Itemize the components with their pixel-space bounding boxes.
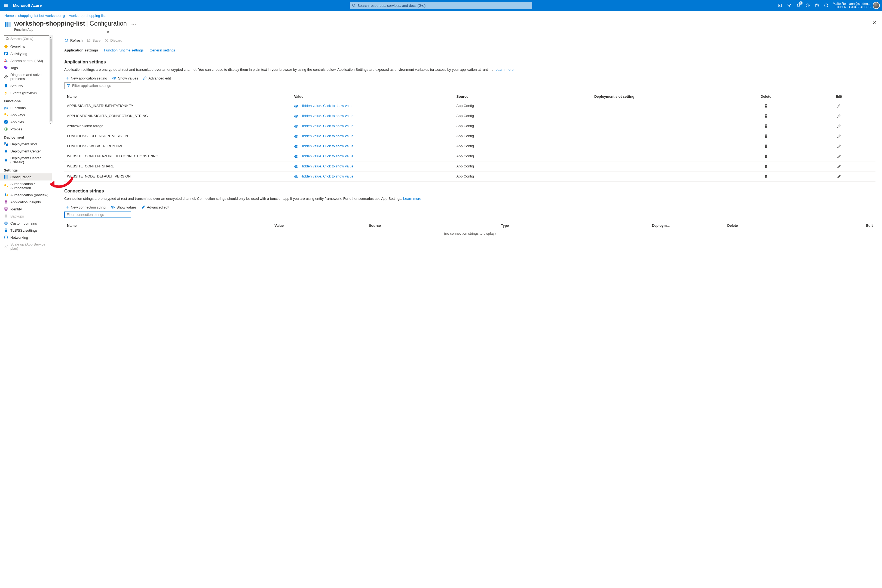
sidebar-item-label: Custom domains xyxy=(10,221,37,225)
filter-app-settings-input[interactable] xyxy=(64,82,131,89)
edit-button[interactable] xyxy=(836,112,843,120)
setting-source: App Config xyxy=(453,141,591,151)
sidebar-item-overview[interactable]: Overview xyxy=(0,43,52,50)
new-connection-string-button[interactable]: New connection string xyxy=(65,205,106,209)
connstrings-learn-more-link[interactable]: Learn more xyxy=(403,196,421,201)
sidebar-item-deployment-slots[interactable]: Deployment slots xyxy=(0,141,52,147)
svg-point-46 xyxy=(296,106,297,107)
cloud-shell-button[interactable] xyxy=(777,3,783,8)
edit-button[interactable] xyxy=(836,153,843,160)
tab-function-runtime-settings[interactable]: Function runtime settings xyxy=(104,46,144,55)
breadcrumb-home[interactable]: Home xyxy=(4,14,14,18)
edit-button[interactable] xyxy=(836,163,843,170)
help-icon xyxy=(815,3,819,8)
show-value-link[interactable]: Hidden value. Click to show value xyxy=(294,104,353,108)
sidebar-item-functions[interactable]: {fx}Functions xyxy=(0,104,52,111)
show-value-link[interactable]: Hidden value. Click to show value xyxy=(294,114,353,118)
sidebar-item-deployment-center[interactable]: Deployment Center xyxy=(0,147,52,154)
sidebar-item-label: App files xyxy=(10,120,24,124)
appsettings-learn-more-link[interactable]: Learn more xyxy=(495,68,513,72)
edit-button[interactable] xyxy=(836,102,843,110)
setting-source: App Config xyxy=(453,161,591,171)
tab-application-settings[interactable]: Application settings xyxy=(64,46,98,55)
sidebar-item-authentication-authorization[interactable]: Authentication / Authorization xyxy=(0,180,52,191)
breadcrumb-resource[interactable]: workshop-shopping-list xyxy=(69,14,106,18)
advanced-edit-button[interactable]: Advanced edit xyxy=(143,76,171,80)
feedback-button[interactable] xyxy=(824,3,829,8)
backup-icon xyxy=(4,214,8,218)
sidebar-item-label: Security xyxy=(10,84,23,88)
delete-button[interactable] xyxy=(762,102,770,110)
help-button[interactable] xyxy=(814,3,820,8)
sidebar-item-app-keys[interactable]: App keys xyxy=(0,111,52,118)
settings-button[interactable] xyxy=(805,3,810,8)
svg-point-45 xyxy=(114,78,115,79)
table-row: AzureWebJobsStorage Hidden value. Click … xyxy=(64,121,876,131)
sidebar-item-proxies[interactable]: Proxies xyxy=(0,126,52,133)
refresh-button[interactable]: Refresh xyxy=(64,38,83,42)
sidebar-item-security[interactable]: Security xyxy=(0,82,52,89)
tab-general-settings[interactable]: General settings xyxy=(150,46,175,55)
sidebar-item-activity-log[interactable]: Activity log xyxy=(0,50,52,57)
breadcrumb: Home › shopping-list-bot-workshop-rg › w… xyxy=(0,11,882,19)
sidebar-item-application-insights[interactable]: Application Insights xyxy=(0,198,52,206)
edit-button[interactable] xyxy=(836,142,843,150)
sidebar-scrollbar[interactable]: ▴▾ xyxy=(49,35,53,123)
sidebar-item-tls-ssl-settings[interactable]: TLS/SSL settings xyxy=(0,227,52,234)
appsettings-description: Application settings are encrypted at re… xyxy=(64,67,876,72)
svg-point-31 xyxy=(5,194,6,195)
new-app-setting-button[interactable]: New application setting xyxy=(65,76,107,80)
delete-button[interactable] xyxy=(762,142,770,150)
setting-name: WEBSITE_CONTENTSHARE xyxy=(64,161,291,171)
sidebar-item-diagnose-and-solve-problems[interactable]: Diagnose and solve problems xyxy=(0,71,52,82)
delete-button[interactable] xyxy=(762,133,770,140)
show-value-link[interactable]: Hidden value. Click to show value xyxy=(294,154,353,158)
show-value-link[interactable]: Hidden value. Click to show value xyxy=(294,174,353,178)
sidebar-collapse-button[interactable] xyxy=(106,29,111,34)
edit-button[interactable] xyxy=(836,133,843,140)
breadcrumb-rg[interactable]: shopping-list-bot-workshop-rg xyxy=(18,14,65,18)
connstrings-advanced-edit-button[interactable]: Advanced edit xyxy=(141,205,170,209)
delete-button[interactable] xyxy=(762,153,770,160)
close-blade-button[interactable] xyxy=(873,20,876,25)
more-icon[interactable]: ⋯ xyxy=(131,21,136,27)
sidebar-search-input[interactable]: Search (Ctrl+/) xyxy=(4,35,51,42)
cloud-shell-icon xyxy=(778,3,782,8)
setting-name: WEBSITE_NODE_DEFAULT_VERSION xyxy=(64,171,291,181)
hamburger-menu-button[interactable] xyxy=(2,2,10,9)
show-value-link[interactable]: Hidden value. Click to show value xyxy=(294,124,353,128)
sidebar-item-access-control-iam-[interactable]: Access control (IAM) xyxy=(0,57,52,64)
identity-icon xyxy=(4,207,8,211)
key-icon xyxy=(4,113,8,117)
sidebar-item-tags[interactable]: Tags xyxy=(0,64,52,71)
connstrings-show-values-button[interactable]: Show values xyxy=(111,205,136,209)
sidebar-item-app-files[interactable]: </>App files xyxy=(0,118,52,126)
connection-strings-table: Name Value Source Type Deploym... Delete… xyxy=(64,221,876,237)
edit-button[interactable] xyxy=(836,173,843,180)
delete-button[interactable] xyxy=(762,173,770,180)
account-menu[interactable]: Malte.Reimann@studen... STUDENT AMBASSAD… xyxy=(833,2,880,9)
delete-button[interactable] xyxy=(762,163,770,170)
svg-rect-24 xyxy=(6,144,8,146)
sidebar-item-identity[interactable]: Identity xyxy=(0,206,52,213)
global-search-input[interactable]: Search resources, services, and docs (G+… xyxy=(350,2,532,9)
show-values-button[interactable]: Show values xyxy=(112,76,138,80)
show-value-link[interactable]: Hidden value. Click to show value xyxy=(294,164,353,168)
directory-filter-button[interactable] xyxy=(786,3,792,8)
delete-button[interactable] xyxy=(762,112,770,120)
show-value-link[interactable]: Hidden value. Click to show value xyxy=(294,134,353,138)
sidebar-item-label: Proxies xyxy=(10,127,22,131)
show-value-link[interactable]: Hidden value. Click to show value xyxy=(294,144,353,148)
svg-point-48 xyxy=(296,126,297,127)
notifications-button[interactable]: 1 xyxy=(796,3,801,8)
sidebar-item-networking[interactable]: Networking xyxy=(0,234,52,241)
sidebar-item-custom-domains[interactable]: Custom domains xyxy=(0,220,52,227)
sidebar-item-deployment-center-classic-[interactable]: Deployment Center (Classic) xyxy=(0,154,52,165)
sidebar-item-configuration[interactable]: Configuration xyxy=(0,173,52,180)
sidebar-item-authentication-preview-[interactable]: Authentication (preview) xyxy=(0,191,52,198)
delete-button[interactable] xyxy=(762,123,770,130)
svg-point-0 xyxy=(352,4,355,6)
sidebar-item-events-preview-[interactable]: Events (preview) xyxy=(0,89,52,96)
filter-connection-strings-input[interactable] xyxy=(64,212,131,218)
edit-button[interactable] xyxy=(836,123,843,130)
